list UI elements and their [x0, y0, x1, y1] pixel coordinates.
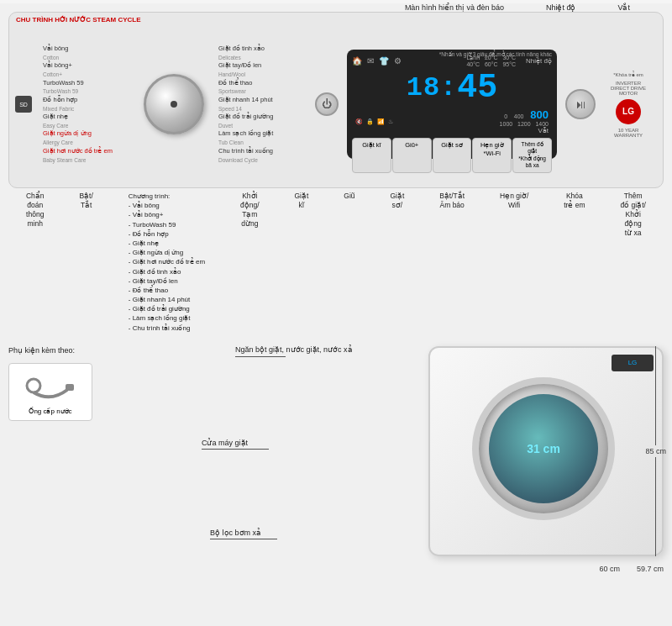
- laundry-icon: 👕: [379, 56, 389, 66]
- label-giat-ki: Giặtkĩ: [294, 192, 308, 210]
- btn-giat-ki[interactable]: Giặt kĩ: [352, 138, 391, 173]
- prog-turbowash: TurboWash 59: [43, 79, 133, 88]
- accessory-item-label: Ống cấp nước: [14, 408, 87, 415]
- programs-left: Vải bông Cotton Vải bông+ Cotton+ TurboW…: [36, 39, 133, 169]
- smart-diagnosis: SD: [14, 96, 33, 113]
- prog-vai-bong: Vải bông: [43, 45, 133, 54]
- label-bat-tat-am-bao: Bật/TắtÂm báo: [439, 192, 465, 210]
- prog-long-giat: Làm sạch lồng giặt: [218, 129, 307, 139]
- label-giu: Giũ: [344, 192, 354, 201]
- washer-inner: 31 cm: [489, 394, 598, 503]
- prog-nhanh-14: Giặt nhanh 14 phút: [218, 96, 307, 105]
- display-icons: 🏠 ✉ 👕 ⚙: [352, 56, 402, 66]
- prog-tai-xuong: Chu trình tải xuống: [218, 147, 307, 156]
- label-program: Chương trình: - Vải bông - Vải bông+ - T…: [129, 192, 205, 333]
- height-dimension: 85 cm: [643, 346, 668, 556]
- accessory-section: Phụ kiện kèm theo: Ống cấp nước: [8, 338, 176, 421]
- power-section: ⏻: [315, 92, 339, 116]
- btn-hen-gio[interactable]: Hẹn giờ*Wi-Fi: [472, 138, 512, 173]
- panel-title: CHU TRÌNH HỚI NƯỚC STEAM CYCLE: [16, 16, 141, 24]
- prog-tinh-xao: Giặt đồ tinh xảo: [218, 45, 307, 54]
- programs-right: Giặt đồ tinh xảo Delicates Giặt tay/Đồ l…: [215, 39, 312, 169]
- start-stop-button[interactable]: ⏯: [565, 89, 596, 119]
- label-hen-gio: Hẹn giờ/Wifi: [500, 192, 528, 210]
- depth-dim: 59.7 cm: [637, 565, 664, 573]
- prog-steam: Giặt hơi nước đồ trẻ em: [43, 147, 133, 156]
- main-container: Màn hình hiển thị và đèn báo Nhiệt độ Vắ…: [0, 3, 672, 626]
- washer-door: 31 cm: [472, 377, 615, 520]
- washer-graphic: Ngăn bột giặt, nước giặt, nước xả Cửa má…: [185, 338, 664, 573]
- prog-hon-hop: Đồ hỗn hợp: [43, 96, 133, 105]
- hose-graphic: [25, 369, 76, 402]
- prog-trai-giuong: Giặt đồ trải giường: [218, 113, 307, 122]
- smart-icon: SD: [15, 96, 32, 113]
- control-panel: CHU TRÌNH HỚI NƯỚC STEAM CYCLE SD Vải bô…: [8, 12, 664, 188]
- spin-label: Vắt: [617, 3, 630, 12]
- temperature-label: Nhiệt độ: [546, 3, 576, 12]
- label-khoa-tre: Khóatrẻ em: [564, 192, 585, 210]
- accessory-label: Phụ kiện kèm theo:: [8, 346, 176, 355]
- lg-logo: LG: [616, 99, 641, 124]
- program-dial[interactable]: [136, 74, 212, 134]
- btn-them-do[interactable]: Thêm đồ giặt*Khởi động bã xa: [512, 138, 552, 173]
- label-start-stop: Khởiđộng/Tạmdừng: [240, 192, 260, 229]
- prog-vai-bong-plus: Vải bông+: [43, 61, 133, 71]
- prog-di-ung: Giặt ngừa dị ứng: [43, 129, 133, 139]
- prog-the-thao: Đồ thể thao: [218, 79, 307, 88]
- bottom-dimensions: 60 cm 59.7 cm: [599, 565, 664, 573]
- prog-tay-len: Giặt tay/Đồ len: [218, 61, 307, 71]
- power-button[interactable]: ⏻: [315, 92, 339, 116]
- cua-may-callout: Cửa máy giặt: [202, 439, 269, 450]
- display-screen-label: Màn hình hiển thị và đèn báo: [405, 3, 504, 12]
- label-power: Bật/Tắt: [79, 192, 92, 210]
- label-smart: Chẩnđoánthôngminh: [26, 192, 45, 229]
- label-them-do: Thêmđồ giặt/Khởiđộngtừ xa: [620, 192, 645, 238]
- display-note: *Nhấn và giữ 3 giây để mở các tính năng …: [439, 51, 552, 58]
- btn-giu-plus[interactable]: Giũ+: [392, 138, 432, 173]
- lg-area: *Khóa trẻ em INVERTERDIRECT DRIVEMOTOR L…: [599, 71, 658, 138]
- home-icon: 🏠: [352, 56, 362, 66]
- svg-rect-1: [66, 384, 74, 391]
- width-dim: 60 cm: [599, 565, 620, 573]
- washer-body: LG 31 cm: [428, 346, 664, 556]
- label-giat-so: Giặtsơ/: [390, 192, 404, 210]
- prog-nhe: Giặt nhẹ: [43, 113, 133, 122]
- start-stop-section: ⏯: [565, 89, 596, 119]
- ngan-bot-callout: Ngăn bột giặt, nước giặt, nước xả: [235, 345, 353, 358]
- message-icon: ✉: [367, 56, 374, 66]
- settings-icon: ⚙: [394, 56, 402, 66]
- display-panel: *Nhấn và giữ 3 giây để mở các tính năng …: [347, 50, 557, 159]
- accessory-box: Ống cấp nước: [8, 363, 92, 421]
- svg-point-0: [27, 379, 40, 392]
- btn-giat-so[interactable]: Giặt sơ: [433, 138, 472, 173]
- bo-loc-callout: Bộ lọc bơm xả: [210, 529, 277, 539]
